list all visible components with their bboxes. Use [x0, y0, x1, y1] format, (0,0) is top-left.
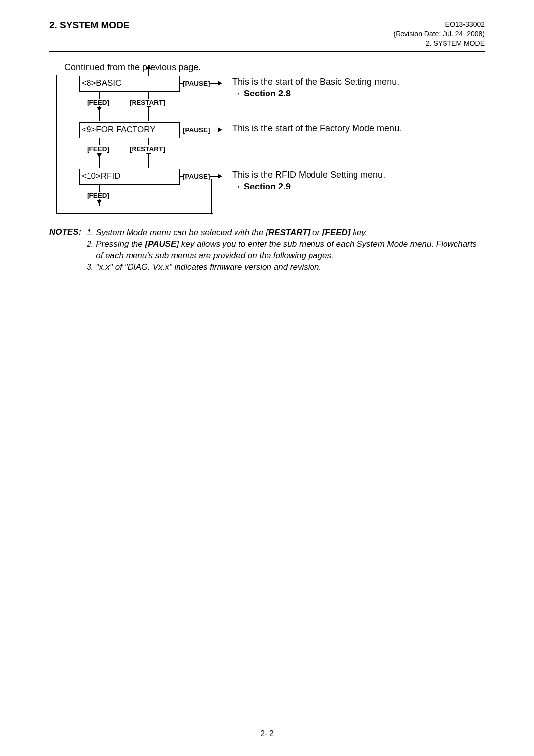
header-eo: EO13-33002 — [394, 20, 485, 29]
feed-label: [FEED] — [86, 145, 110, 153]
step-basic: <8>BASIC [PAUSE] [FEED] [RESTART] This i… — [54, 76, 218, 122]
desc-basic-text: This is the start of the Basic Setting m… — [232, 77, 399, 87]
pause-label: [PAUSE] — [183, 173, 210, 180]
restart-label: [RESTART] — [129, 99, 166, 106]
desc-factory-text: This is the start of the Factory Mode me… — [232, 123, 401, 133]
box-basic: <8>BASIC — [79, 76, 180, 92]
feed-label: [FEED] — [86, 192, 110, 199]
flowchart: <8>BASIC [PAUSE] [FEED] [RESTART] This i… — [54, 76, 218, 212]
note-2: Pressing the [PAUSE] key allows you to e… — [96, 239, 485, 262]
box-rfid: <10>RFID — [79, 169, 180, 185]
notes-label: NOTES: — [49, 227, 84, 274]
step-factory: <9>FOR FACTORY [PAUSE] [FEED] [RESTART] … — [54, 122, 218, 169]
box-factory: <9>FOR FACTORY — [79, 122, 180, 138]
restart-label: [RESTART] — [129, 145, 166, 153]
header-section: 2. SYSTEM MODE — [394, 39, 485, 48]
step-rfid: <10>RFID [PAUSE] [FEED] This is the RFID… — [54, 169, 218, 212]
header-left: 2. SYSTEM MODE — [49, 20, 130, 31]
desc-basic: This is the start of the Basic Setting m… — [232, 76, 480, 100]
header-rev: (Revision Date: Jul. 24, 2008) — [394, 29, 485, 39]
pause-label: [PAUSE] — [183, 126, 210, 134]
desc-basic-section: Section 2.8 — [244, 89, 291, 98]
note-1: System Mode menu can be selected with th… — [96, 227, 485, 238]
header-right: EO13-33002 (Revision Date: Jul. 24, 2008… — [394, 20, 485, 48]
desc-rfid-text: This is the RFID Module Setting menu. — [232, 170, 385, 180]
page-header: 2. SYSTEM MODE EO13-33002 (Revision Date… — [49, 20, 485, 52]
desc-factory: This is the start of the Factory Mode me… — [232, 122, 480, 134]
note-3: "x.x" of "DIAG. Vx.x" indicates firmware… — [96, 262, 485, 273]
desc-rfid-section: Section 2.9 — [244, 182, 291, 191]
notes-block: NOTES: System Mode menu can be selected … — [49, 227, 485, 274]
page-footer: 2- 2 — [0, 729, 534, 738]
pause-label: [PAUSE] — [183, 80, 210, 87]
desc-rfid: This is the RFID Module Setting menu. → … — [232, 169, 480, 193]
continued-text: Continued from the previous page. — [64, 62, 485, 73]
feed-label: [FEED] — [86, 99, 110, 106]
